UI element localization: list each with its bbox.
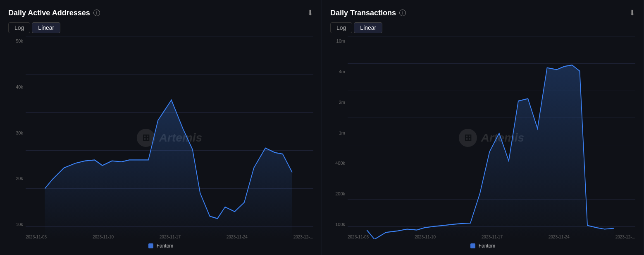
panel2-legend-dot — [470, 243, 475, 248]
panel1-x-axis: 2023-11-03 2023-11-10 2023-11-17 2023-11… — [26, 228, 313, 239]
panel2-legend-label: Fantom — [479, 243, 496, 249]
panel2-y-label-1: 200k — [330, 191, 348, 196]
panel2-info-icon[interactable]: i — [399, 10, 406, 16]
panel1-header: Daily Active Addresses i ⬇ — [8, 8, 313, 17]
panel2-y-label-2: 400k — [330, 161, 348, 166]
panel1-download-icon[interactable]: ⬇ — [307, 8, 313, 17]
panel2-toggle-group: Log Linear — [330, 22, 635, 33]
panel2-footer: Fantom — [330, 239, 635, 251]
panel1-linear-btn[interactable]: Linear — [32, 22, 60, 33]
panel2-title-group: Daily Transactions i — [330, 9, 406, 17]
panel1-legend-label: Fantom — [157, 243, 174, 249]
panel1-title: Daily Active Addresses — [8, 9, 90, 17]
panel1-legend-dot — [148, 243, 153, 248]
panel1-toggle-group: Log Linear — [8, 22, 313, 33]
svg-marker-1 — [367, 65, 614, 239]
panel1-y-label-0: 10k — [8, 222, 26, 227]
panel1-x-label-2: 2023-11-17 — [160, 235, 181, 239]
panel1-log-btn[interactable]: Log — [8, 22, 30, 33]
panel1-x-label-1: 2023-11-10 — [93, 235, 114, 239]
panel1-y-label-2: 30k — [8, 130, 26, 135]
panel1-svg — [26, 36, 313, 239]
panel2-download-icon[interactable]: ⬇ — [629, 8, 635, 17]
panel1-y-axis: 10k 20k 30k 40k 50k — [8, 36, 26, 239]
panel2-y-axis: 100k 200k 400k 1m 2m 4m 10m — [330, 36, 348, 239]
panel2-title: Daily Transactions — [330, 9, 396, 17]
panel2-svg — [348, 36, 635, 239]
panel2-chart-inner: ⊞ Artemis 2023-11-03 2023-11-10 2023-11-… — [348, 36, 635, 239]
panel2-y-label-6: 10m — [330, 38, 348, 43]
panel2-linear-btn[interactable]: Linear — [354, 22, 382, 33]
panel2-log-btn[interactable]: Log — [330, 22, 352, 33]
panel1-chart-area: 10k 20k 30k 40k 50k ⊞ Artemis — [8, 36, 313, 239]
panel2-x-label-4: 2023-12-... — [615, 235, 635, 239]
panel1-x-label-4: 2023-12-... — [293, 235, 313, 239]
svg-marker-0 — [45, 100, 292, 239]
panel1-x-label-3: 2023-11-24 — [227, 235, 248, 239]
panel1-y-label-4: 50k — [8, 38, 26, 43]
panel1-footer: Fantom — [8, 239, 313, 251]
panel1-x-label-0: 2023-11-03 — [26, 235, 47, 239]
panel2-y-label-0: 100k — [330, 222, 348, 227]
panel2-y-label-3: 1m — [330, 130, 348, 135]
panel2-x-label-3: 2023-11-24 — [549, 235, 570, 239]
daily-transactions-panel: Daily Transactions i ⬇ Log Linear 100k 2… — [322, 0, 644, 255]
panel2-chart-area: 100k 200k 400k 1m 2m 4m 10m ⊞ Artemis — [330, 36, 635, 239]
panel1-y-label-3: 40k — [8, 84, 26, 89]
panel1-chart-inner: ⊞ Artemis 2023-11-03 2023-11-10 2023-11-… — [26, 36, 313, 239]
panel1-y-label-1: 20k — [8, 176, 26, 181]
panel1-title-group: Daily Active Addresses i — [8, 9, 100, 17]
panel2-y-label-4: 2m — [330, 100, 348, 105]
panel2-x-label-0: 2023-11-03 — [348, 235, 369, 239]
panel2-x-axis: 2023-11-03 2023-11-10 2023-11-17 2023-11… — [348, 228, 635, 239]
panel2-x-label-2: 2023-11-17 — [482, 235, 503, 239]
panel2-header: Daily Transactions i ⬇ — [330, 8, 635, 17]
panel2-y-label-5: 4m — [330, 69, 348, 74]
daily-active-addresses-panel: Daily Active Addresses i ⬇ Log Linear 10… — [0, 0, 322, 255]
panel1-info-icon[interactable]: i — [93, 10, 100, 16]
panel2-x-label-1: 2023-11-10 — [415, 235, 436, 239]
